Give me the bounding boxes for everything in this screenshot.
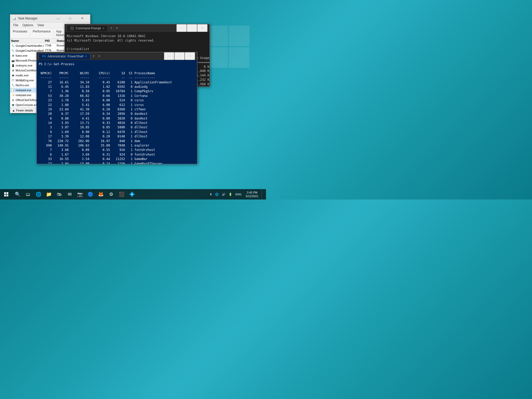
taskview-button[interactable]: 🗂 [23,189,33,200]
svg-rect-5 [6,192,8,194]
tray-battery[interactable]: 🔋 [228,189,233,200]
ps-tab[interactable]: PS Administrator: PowerShell ✕ [39,53,90,59]
process-icon: 🔧 [11,83,15,87]
cmd-tabs: ⬛ Command Prompt ✕ + ▾ [67,25,176,31]
process-icon: ⚙ [11,54,15,57]
cmd-minimize-button[interactable]: — [176,24,187,32]
windows-logo [205,23,252,71]
maximize-button[interactable]: □ [64,15,76,22]
svg-rect-0 [207,26,228,46]
process-icon: 📷 [11,59,15,62]
tab-performance[interactable]: Performance [30,28,54,38]
process-icon: ⚙ [11,69,15,72]
clock-date: 5/12/2021 [246,194,258,198]
process-icon: 📝 [11,93,15,97]
menu-view[interactable]: View [35,23,46,28]
ps-text: PS C:\> Get-Process NPM(K) PM(M) WS(M) C… [39,62,195,164]
store-icon[interactable]: 🛍 [54,189,64,200]
col-name[interactable]: Name [10,38,44,43]
settings-icon[interactable]: ⚙ [106,189,116,200]
menu-options[interactable]: Options [20,23,35,28]
svg-rect-6 [4,195,6,196]
process-icon: 🔧 [11,44,15,48]
minimize-button[interactable]: — [52,15,64,22]
ps-titlebar[interactable]: PS Administrator: PowerShell ✕ + ▾ — □ ✕ [37,52,197,60]
tray-network[interactable]: 🌐 [214,189,220,200]
tray-volume[interactable]: 🔊 [221,189,227,200]
browser-icon2[interactable]: 🔵 [85,189,96,200]
cmd-new-tab-button[interactable]: + [108,26,114,30]
search-button[interactable]: 🔍 [12,189,23,200]
cmd-tab[interactable]: ⬛ Command Prompt ✕ [67,25,108,31]
svg-rect-7 [6,195,8,196]
close-button[interactable]: ✕ [76,15,88,22]
cmd-dropdown-button[interactable]: ▾ [115,26,119,30]
svg-rect-4 [4,192,6,194]
task-manager-title: Task Manager [18,17,52,20]
ps-close-button[interactable]: ✕ [185,52,195,60]
ps-dropdown-button[interactable]: ▾ [97,54,102,58]
process-icon: 💻 [11,74,15,77]
taskbar: 🔍 🗂 🌐 📁 🛍 ✉ 📷 🔵 🦊 ⚙ ⬛ 💠 ⬆ 🌐 🔊 🔋 ENG 3:45… [0,189,266,200]
process-icon: 🔧 [11,49,15,52]
cmd-tab-close[interactable]: ✕ [102,27,104,30]
process-icon: 📝 [11,88,15,92]
fewer-details-icon: ▲ [12,109,15,112]
clock[interactable]: 3:45 PM 5/12/2021 [244,191,261,198]
fewer-details-label: Fewer details [16,109,33,112]
process-icon: 🖱 [11,98,15,102]
ps-tab-close[interactable]: ✕ [85,55,87,58]
terminal-icon[interactable]: ⬛ [116,189,127,200]
cmd-tab-label: Command Prompt [76,26,101,30]
powershell-window: PS Administrator: PowerShell ✕ + ▾ — □ ✕… [36,52,197,164]
process-icon: 🛡 [11,78,15,82]
ps-tab-label: Administrator: PowerShell [48,55,83,58]
cmd-maximize-button[interactable]: □ [187,24,197,32]
edge-icon[interactable]: 🌐 [33,189,44,200]
pid-cell: 7748 [44,43,56,48]
svg-rect-1 [229,26,249,46]
cmd-close-button[interactable]: ✕ [197,24,208,32]
cmd-controls: — □ ✕ [176,24,208,32]
col-pid[interactable]: PID [44,38,56,43]
svg-rect-3 [229,47,249,68]
powershell-icon[interactable]: 💠 [127,189,137,200]
photos-icon[interactable]: 📷 [75,189,85,200]
ps-controls: — □ ✕ [164,52,195,60]
tab-processes[interactable]: Processes [10,28,30,38]
menu-file[interactable]: File [11,23,20,28]
process-icon: 📱 [11,64,15,67]
ps-content: PS C:\> Get-Process NPM(K) PM(M) WS(M) C… [37,60,197,164]
process-icon: 💻 [11,103,15,107]
explorer-icon[interactable]: 📁 [44,189,54,200]
tray-up-arrow[interactable]: ⬆ [209,189,213,200]
start-button[interactable] [0,189,12,200]
firefox-icon[interactable]: 🦊 [96,189,106,200]
tray-language[interactable]: ENG [234,189,243,200]
ps-maximize-button[interactable]: □ [174,52,185,60]
cmd-tab-icon: ⬛ [70,26,74,30]
task-manager-icon: 📊 [12,16,16,21]
svg-rect-2 [207,47,228,68]
taskbar-tray: ⬆ 🌐 🔊 🔋 ENG 3:45 PM 5/12/2021 [209,189,266,200]
task-manager-titlebar[interactable]: 📊 Task Manager — □ ✕ [10,15,90,22]
show-desktop-button[interactable] [262,189,264,200]
ps-new-tab-button[interactable]: + [91,54,96,58]
cmd-titlebar[interactable]: ⬛ Command Prompt ✕ + ▾ — □ ✕ [65,24,210,32]
mail-icon[interactable]: ✉ [64,189,75,200]
task-manager-controls: — □ ✕ [52,15,88,22]
ps-minimize-button[interactable]: — [164,52,174,60]
clock-time: 3:45 PM [247,191,257,194]
ps-tab-icon: PS [42,55,46,58]
ps-tabs: PS Administrator: PowerShell ✕ + ▾ [39,53,164,59]
